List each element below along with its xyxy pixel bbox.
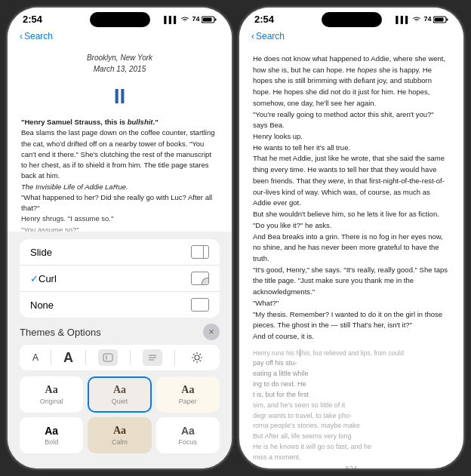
- theme-focus-name: Focus: [164, 438, 212, 446]
- transition-slide[interactable]: Slide: [20, 239, 220, 266]
- check-mark: ✓: [30, 273, 38, 284]
- theme-calm-preview: Aa: [95, 425, 143, 437]
- right-dynamic-island: [322, 12, 382, 27]
- right-nav-bar: ‹ Search: [239, 28, 463, 46]
- book-location: Brooklyn, New York March 13, 2015: [21, 52, 218, 75]
- close-button[interactable]: ×: [203, 324, 220, 340]
- svg-line-14: [199, 361, 201, 362]
- right-wifi-icon: [412, 15, 421, 24]
- svg-rect-19: [435, 17, 444, 21]
- left-nav-bar: ‹ Search: [8, 28, 232, 46]
- right-book-content: He does not know what happened to Addie,…: [239, 46, 463, 462]
- divider1: [51, 350, 51, 365]
- theme-calm-name: Calm: [95, 438, 143, 446]
- layout-icon[interactable]: [143, 349, 162, 366]
- themes-label: Themes & Options: [20, 327, 101, 338]
- theme-bold[interactable]: Aa Bold: [20, 417, 83, 453]
- slide-icon: [191, 245, 209, 259]
- font-large-label[interactable]: A: [63, 350, 73, 366]
- theme-focus[interactable]: Aa Focus: [156, 417, 220, 453]
- theme-paper[interactable]: Aa Paper: [156, 376, 220, 413]
- none-icon: [191, 298, 209, 312]
- right-back-label: Search: [256, 31, 285, 41]
- theme-focus-preview: Aa: [164, 425, 212, 437]
- battery-icon: 74: [192, 15, 217, 23]
- right-time: 2:54: [254, 14, 274, 25]
- theme-paper-preview: Aa: [164, 384, 212, 396]
- svg-rect-1: [215, 18, 217, 20]
- themes-options-row: Themes & Options ×: [20, 324, 220, 340]
- left-time: 2:54: [23, 14, 42, 25]
- right-phone: 2:54 ▌▌▌ 74: [239, 8, 463, 468]
- slide-label: Slide: [30, 247, 52, 258]
- dynamic-island: [90, 12, 150, 27]
- phones-container: 2:54 ▌▌▌ 74: [0, 0, 471, 476]
- right-back-button[interactable]: ‹ Search: [251, 31, 451, 41]
- right-battery-icon: 74: [423, 15, 448, 23]
- font-small-label[interactable]: A: [32, 352, 38, 363]
- svg-rect-3: [103, 354, 112, 361]
- curl-icon: [191, 272, 209, 285]
- left-status-icons: ▌▌▌ 74: [164, 15, 217, 24]
- theme-quiet-preview: Aa: [95, 384, 143, 396]
- transition-menu: Slide ✓ Curl None: [20, 239, 220, 318]
- back-label: Search: [24, 31, 53, 41]
- theme-paper-name: Paper: [164, 398, 212, 405]
- right-back-icon: ‹: [251, 31, 254, 41]
- svg-line-13: [193, 354, 195, 355]
- theme-bold-preview: Aa: [27, 425, 75, 437]
- right-status-icons: ▌▌▌ 74: [396, 15, 448, 24]
- theme-original-preview: Aa: [27, 384, 75, 396]
- left-phone: 2:54 ▌▌▌ 74: [8, 8, 232, 468]
- divider4: [174, 350, 175, 365]
- theme-calm[interactable]: Aa Calm: [88, 417, 151, 453]
- bottom-panel: Slide ✓ Curl None Themes & Options ×: [8, 232, 232, 468]
- themes-grid: Aa Original Aa Quiet Aa Paper Aa Bold Aa: [20, 376, 220, 453]
- svg-point-8: [195, 355, 199, 360]
- page-number: 524: [239, 462, 463, 468]
- signal-icon: ▌▌▌: [164, 16, 178, 23]
- book-text: "Henry Samuel Strauss, this is bullshit.…: [21, 117, 218, 246]
- theme-quiet[interactable]: Aa Quiet: [88, 376, 151, 413]
- chapter-number: II: [21, 81, 218, 112]
- divider3: [130, 350, 131, 365]
- theme-original[interactable]: Aa Original: [20, 376, 83, 413]
- close-icon: ×: [208, 327, 214, 337]
- font-controls: A A: [20, 345, 220, 370]
- brightness-icon[interactable]: [187, 349, 207, 366]
- right-signal-icon: ▌▌▌: [396, 16, 410, 23]
- transition-none[interactable]: None: [20, 292, 220, 318]
- wifi-icon: [180, 15, 189, 24]
- back-button[interactable]: ‹ Search: [20, 31, 220, 41]
- curl-label: Curl: [38, 273, 191, 284]
- divider2: [85, 350, 86, 365]
- none-label: None: [30, 299, 54, 311]
- transition-curl[interactable]: ✓ Curl: [20, 266, 220, 292]
- svg-line-16: [193, 361, 195, 362]
- theme-bold-name: Bold: [27, 438, 75, 446]
- back-icon: ‹: [20, 31, 23, 41]
- svg-rect-18: [447, 18, 448, 20]
- svg-line-15: [199, 354, 201, 355]
- font-family-icon[interactable]: [98, 349, 118, 366]
- theme-original-name: Original: [27, 398, 75, 405]
- theme-quiet-name: Quiet: [95, 398, 143, 405]
- svg-rect-2: [203, 17, 212, 21]
